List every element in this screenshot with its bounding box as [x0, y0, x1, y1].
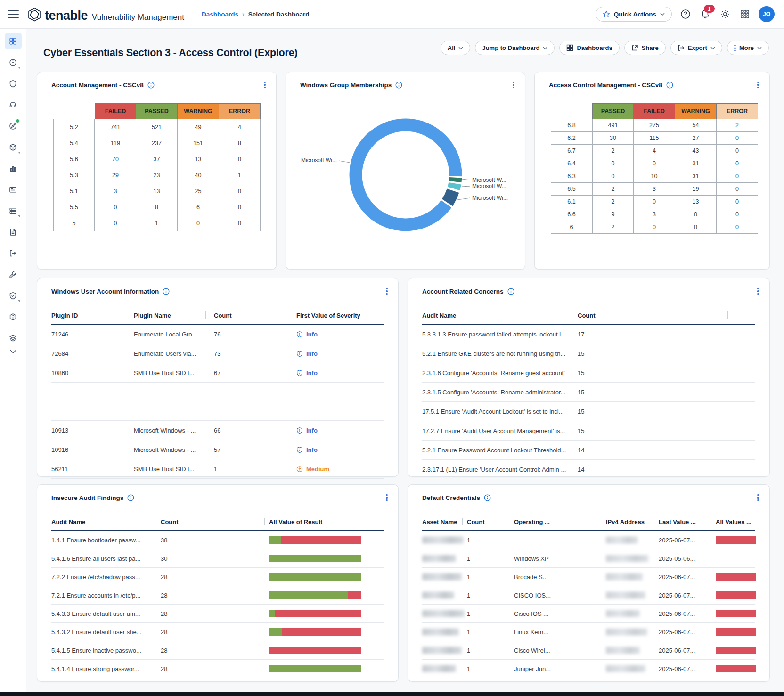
matrix-value-cell[interactable]: 0	[675, 208, 717, 221]
column-divider[interactable]	[205, 311, 206, 319]
matrix-value-cell[interactable]: 2	[592, 196, 634, 208]
table-row[interactable]: 5.4.1.6 Ensure all users last pa...30	[51, 549, 384, 568]
donut-segment-MicrosoftWi[interactable]	[356, 125, 456, 225]
severity-link[interactable]: Info	[296, 350, 318, 357]
widget-menu-kebab-icon[interactable]	[382, 287, 392, 296]
matrix-value-cell[interactable]: 0	[219, 151, 261, 167]
matrix-value-cell[interactable]: 0	[219, 199, 261, 215]
widget-menu-kebab-icon[interactable]	[260, 80, 270, 90]
widget-menu-kebab-icon[interactable]	[753, 493, 763, 502]
matrix-value-cell[interactable]: 23	[136, 167, 178, 183]
table-row[interactable]: 5.4.3.3 Ensure default user um...28	[51, 605, 384, 623]
table-row[interactable]: 1Cisco IOS ...2025-06-07...	[422, 605, 755, 623]
sidebar-item-findings-shield[interactable]	[5, 75, 22, 92]
sidebar-item-explore-target[interactable]	[5, 54, 22, 71]
matrix-value-cell[interactable]: 0	[95, 199, 136, 215]
info-icon[interactable]	[395, 82, 402, 89]
matrix-value-cell[interactable]: 3	[634, 183, 675, 196]
matrix-value-cell[interactable]: 119	[95, 135, 136, 151]
info-icon[interactable]	[163, 288, 170, 295]
sidebar-item-packages-box[interactable]	[5, 308, 22, 325]
notifications-bell-icon[interactable]: 1	[699, 8, 711, 20]
matrix-value-cell[interactable]: 2	[717, 119, 758, 132]
matrix-value-cell[interactable]: 2	[592, 145, 634, 157]
matrix-value-cell[interactable]: 0	[717, 132, 758, 145]
sidebar-item-metrics-bars[interactable]	[5, 160, 22, 177]
table-row[interactable]: 12025-06-07...	[422, 531, 755, 549]
table-row[interactable]: 17.5.1 Ensure 'Audit Account Lockout' is…	[422, 402, 755, 421]
matrix-value-cell[interactable]: 0	[219, 183, 261, 199]
matrix-value-cell[interactable]: 151	[178, 135, 219, 151]
matrix-value-cell[interactable]: 741	[95, 119, 136, 135]
matrix-value-cell[interactable]: 0	[219, 215, 261, 231]
sidebar-item-dashboards-grid[interactable]	[5, 33, 22, 49]
quick-actions-button[interactable]: Quick Actions	[596, 7, 672, 22]
column-divider[interactable]	[727, 311, 728, 319]
matrix-value-cell[interactable]: 115	[634, 132, 675, 145]
table-row[interactable]: 7.2.1 Ensure accounts in /etc/p...28	[51, 586, 384, 605]
table-row[interactable]: 1CISCO IOS...2025-06-07...	[422, 586, 755, 605]
matrix-value-cell[interactable]: 4	[634, 145, 675, 157]
matrix-value-cell[interactable]: 275	[634, 119, 675, 132]
matrix-value-cell[interactable]: 0	[717, 183, 758, 196]
matrix-value-cell[interactable]: 237	[136, 135, 178, 151]
matrix-value-cell[interactable]: 6	[178, 199, 219, 215]
matrix-value-cell[interactable]: 43	[675, 145, 717, 157]
matrix-value-cell[interactable]: 31	[675, 170, 717, 183]
filter-all-button[interactable]: All	[441, 41, 471, 55]
matrix-value-cell[interactable]: 0	[717, 157, 758, 170]
sidebar-item-assets-cube[interactable]	[5, 139, 22, 156]
export-button[interactable]: Export	[670, 41, 722, 55]
table-row[interactable]: 10913Microsoft Windows - ...66Info	[51, 421, 384, 440]
column-divider[interactable]	[462, 518, 463, 525]
widget-menu-kebab-icon[interactable]	[753, 287, 763, 296]
table-row[interactable]: 7.2.2 Ensure /etc/shadow pass...28	[51, 568, 384, 586]
matrix-value-cell[interactable]: 0	[95, 215, 136, 231]
table-row[interactable]: 5.2.1 Ensure Password Account Lockout Th…	[422, 441, 755, 460]
column-divider[interactable]	[123, 311, 123, 319]
menu-hamburger-icon[interactable]	[8, 10, 19, 18]
matrix-value-cell[interactable]: 2	[592, 221, 634, 234]
matrix-value-cell[interactable]: 13	[178, 151, 219, 167]
help-icon[interactable]	[679, 8, 692, 20]
column-divider[interactable]	[288, 311, 288, 319]
settings-gear-icon[interactable]	[719, 8, 731, 20]
matrix-value-cell[interactable]: 29	[95, 167, 136, 183]
sidebar-collapse-chevron-icon[interactable]	[5, 350, 22, 353]
dashboards-button[interactable]: Dashboards	[559, 41, 619, 55]
widget-menu-kebab-icon[interactable]	[382, 493, 392, 502]
matrix-value-cell[interactable]: 49	[178, 119, 219, 135]
column-divider[interactable]	[710, 518, 710, 525]
matrix-value-cell[interactable]: 0	[717, 196, 758, 208]
severity-link[interactable]: Info	[296, 446, 318, 453]
table-row[interactable]: 1Juniper Jun...2025-06-07...	[422, 660, 755, 678]
sidebar-item-inventory-server[interactable]	[5, 202, 22, 219]
matrix-value-cell[interactable]: 19	[675, 183, 717, 196]
widget-menu-kebab-icon[interactable]	[509, 80, 518, 90]
matrix-value-cell[interactable]: 0	[592, 170, 634, 183]
table-row[interactable]: 72684Enumerate Users via...73Info	[51, 344, 384, 363]
matrix-value-cell[interactable]: 31	[675, 157, 717, 170]
table-row[interactable]: 5.4.3.2 Ensure default user she...28	[51, 623, 384, 641]
matrix-value-cell[interactable]: 70	[95, 151, 136, 167]
matrix-value-cell[interactable]: 10	[634, 170, 675, 183]
matrix-value-cell[interactable]: 0	[717, 208, 758, 221]
matrix-value-cell[interactable]: 1	[219, 167, 261, 183]
table-row[interactable]: 5.4.1.4 Ensure strong passwor...28	[51, 660, 384, 678]
sidebar-item-scans-compass[interactable]	[5, 117, 22, 134]
share-button[interactable]: Share	[624, 41, 666, 55]
table-row[interactable]: 56211SMB Use Host SID t...1Medium	[51, 459, 384, 479]
column-divider[interactable]	[599, 518, 599, 525]
matrix-value-cell[interactable]: 0	[634, 196, 675, 208]
matrix-value-cell[interactable]: 40	[178, 167, 219, 183]
severity-link[interactable]: Medium	[296, 466, 329, 473]
table-row[interactable]: 1.4.1 Ensure bootloader passw...38	[51, 531, 384, 549]
matrix-value-cell[interactable]: 491	[592, 119, 634, 132]
severity-link[interactable]: Info	[296, 369, 318, 377]
table-row[interactable]: 71246Enumerate Local Gro...76Info	[51, 325, 384, 344]
matrix-value-cell[interactable]: 0	[634, 157, 675, 170]
matrix-value-cell[interactable]: 8	[219, 135, 261, 151]
column-divider[interactable]	[507, 518, 507, 525]
table-row[interactable]: 2.3.1.5 Configure 'Accounts: Rename admi…	[422, 383, 755, 402]
matrix-value-cell[interactable]: 0	[717, 170, 758, 183]
